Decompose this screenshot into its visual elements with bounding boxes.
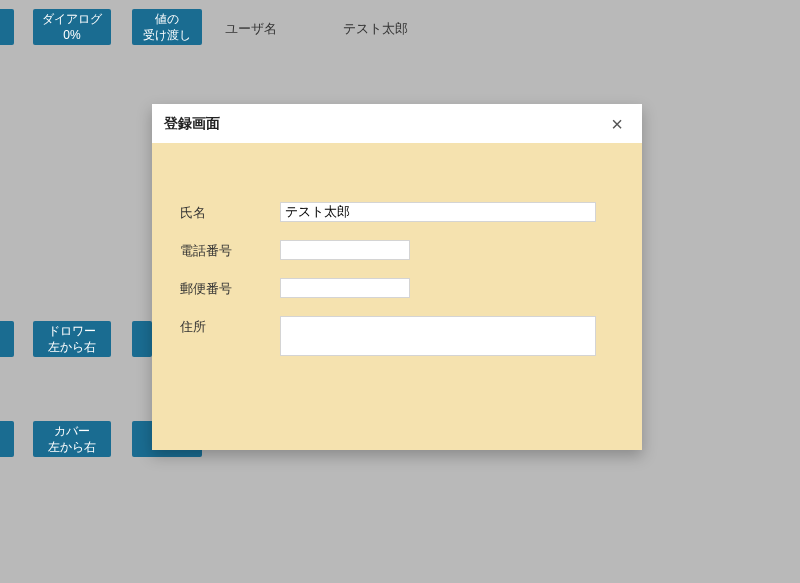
form-row-zip: 郵便番号 (180, 278, 614, 298)
form-row-name: 氏名 (180, 202, 614, 222)
close-icon[interactable]: × (607, 112, 627, 136)
address-input[interactable] (280, 316, 596, 356)
register-dialog: 登録画面 × 氏名 電話番号 郵便番号 住所 (152, 104, 642, 450)
zip-label: 郵便番号 (180, 278, 280, 298)
dialog-body: 氏名 電話番号 郵便番号 住所 (152, 144, 642, 394)
name-label: 氏名 (180, 202, 280, 222)
form-row-tel: 電話番号 (180, 240, 614, 260)
tel-label: 電話番号 (180, 240, 280, 260)
zip-input[interactable] (280, 278, 410, 298)
dialog-header: 登録画面 × (152, 104, 642, 144)
form-row-address: 住所 (180, 316, 614, 356)
tel-input[interactable] (280, 240, 410, 260)
address-label: 住所 (180, 316, 280, 336)
modal-overlay: 登録画面 × 氏名 電話番号 郵便番号 住所 (0, 0, 800, 583)
name-input[interactable] (280, 202, 596, 222)
dialog-title: 登録画面 (164, 115, 220, 133)
